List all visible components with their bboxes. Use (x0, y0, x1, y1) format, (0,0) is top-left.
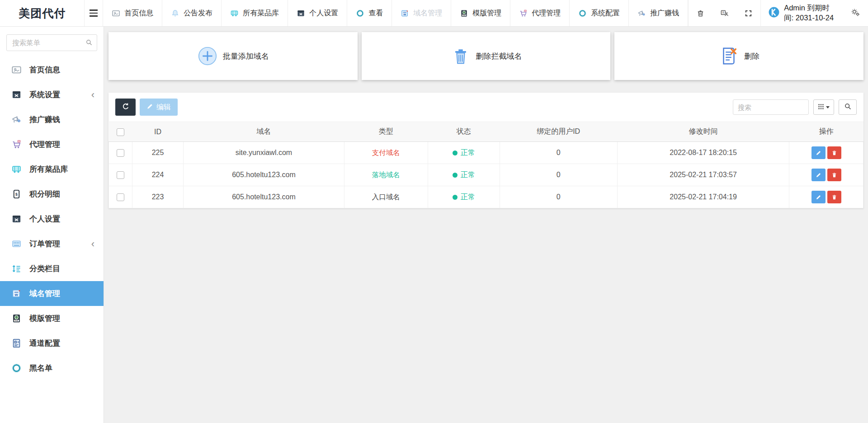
ring-icon (578, 9, 587, 18)
topbar-right: 文 Admin 到期时间: 2031-10-24 (688, 0, 868, 26)
tab-template-management[interactable]: HTML模版管理 (451, 0, 510, 26)
tab-agent-management[interactable]: 代理管理 (510, 0, 569, 26)
translate-icon[interactable]: 文 (712, 0, 736, 26)
cell-bound-user-id: 0 (500, 164, 617, 186)
status-dot-icon (453, 195, 458, 200)
sidebar-item-category-columns[interactable]: 分类栏目 (0, 256, 104, 281)
home-info-icon (11, 65, 22, 75)
table-search-input[interactable] (733, 99, 809, 115)
sidebar-item-label: 所有菜品库 (29, 164, 68, 174)
sidebar-item-label: 通道配置 (29, 338, 60, 348)
select-all-checkbox[interactable] (117, 128, 124, 136)
sidebar-item-points-detail[interactable]: $积分明细 (0, 182, 104, 207)
cart-icon (11, 139, 22, 150)
domain-w-icon: w (11, 288, 22, 299)
tab-personal-settings[interactable]: 个人设置 (288, 0, 347, 26)
row-edit-button[interactable] (811, 191, 826, 203)
quick-action-cards: 批量添加域名删除拦截域名删除 (108, 32, 863, 80)
sidebar-search-input[interactable] (6, 34, 97, 51)
row-checkbox-cell (109, 186, 132, 208)
svg-text:HTML: HTML (14, 320, 19, 322)
card-label: 删除 (744, 51, 760, 61)
megaphone-icon: $ (11, 114, 22, 125)
table-toolbar: 编辑 (108, 93, 863, 122)
cell-bound-user-id: 0 (500, 142, 617, 164)
row-checkbox[interactable] (117, 171, 124, 179)
card-delete[interactable]: 删除 (614, 32, 863, 80)
table-row: 224605.hoteltu123.com落地域名正常02025-02-21 1… (109, 164, 863, 186)
row-delete-button[interactable] (827, 146, 841, 159)
row-edit-button[interactable] (811, 146, 826, 159)
fullscreen-icon[interactable] (736, 0, 760, 26)
caret-down-icon (826, 106, 830, 108)
tab-domain-management[interactable]: w域名管理 (392, 0, 451, 26)
sidebar-item-label: 推广赚钱 (29, 114, 60, 125)
sidebar-item-promotion-earn[interactable]: $推广赚钱 (0, 107, 104, 132)
tab-promotion-earn[interactable]: $推广赚钱 (628, 0, 688, 26)
svg-text:$: $ (643, 14, 644, 15)
window-tools-icon (11, 214, 22, 224)
svg-text:HTML: HTML (462, 14, 466, 16)
trash-icon[interactable] (688, 0, 712, 26)
sidebar-item-personal-settings[interactable]: 个人设置 (0, 207, 104, 231)
channel-doc-icon: $ (11, 338, 22, 348)
circle-plus-icon (197, 46, 218, 66)
row-checkbox-cell (109, 164, 132, 186)
row-checkbox[interactable] (117, 149, 124, 157)
settings-gears-icon[interactable] (843, 0, 868, 26)
columns-dropdown-button[interactable] (813, 99, 834, 115)
card-batch-add-domain[interactable]: 批量添加域名 (108, 32, 358, 80)
sidebar-item-label: 积分明细 (29, 189, 60, 199)
card-delete-intercepted-domain[interactable]: 删除拦截域名 (362, 32, 611, 80)
sidebar-item-system-settings[interactable]: 系统设置‹ (0, 82, 104, 107)
sidebar-item-domain-management[interactable]: w域名管理 (0, 281, 104, 306)
sidebar-item-label: 域名管理 (29, 288, 60, 299)
column-header: 修改时间 (617, 122, 789, 142)
sidebar-item-home-info[interactable]: 首页信息 (0, 57, 104, 82)
cell-modified-time: 2025-02-21 17:03:57 (617, 164, 789, 186)
tab-label: 推广赚钱 (650, 9, 679, 18)
sidebar-item-all-products[interactable]: 所有菜品库 (0, 157, 104, 182)
row-edit-button[interactable] (811, 169, 826, 181)
html-doc-icon: HTML (460, 9, 468, 18)
grid-icon (818, 103, 824, 111)
tab-announcements[interactable]: 公告发布 (162, 0, 221, 26)
domain-w-icon: w (401, 9, 409, 18)
tab-all-products[interactable]: 所有菜品库 (221, 0, 288, 26)
column-header: 绑定的用户ID (500, 122, 617, 142)
svg-text:w: w (14, 292, 19, 297)
row-checkbox[interactable] (117, 193, 124, 201)
tab-system-config[interactable]: 系统配置 (569, 0, 628, 26)
sidebar-item-blacklist[interactable]: 黑名单 (0, 356, 104, 381)
truck-icon (11, 164, 22, 174)
user-menu[interactable]: Admin 到期时间: 2031-10-24 (760, 0, 843, 26)
sidebar-item-label: 黑名单 (29, 363, 52, 373)
tab-view[interactable]: 查看 (347, 0, 392, 26)
row-delete-button[interactable] (827, 191, 841, 203)
tab-label: 首页信息 (124, 9, 153, 18)
tab-label: 公告发布 (184, 9, 212, 18)
points-icon: $ (11, 189, 22, 199)
svg-text:$: $ (15, 192, 18, 197)
tab-label: 模版管理 (472, 9, 501, 18)
window-tools-icon (297, 9, 305, 18)
card-label: 批量添加域名 (223, 51, 269, 61)
cell-status: 正常 (428, 142, 500, 164)
cell-id: 224 (132, 164, 183, 186)
sidebar-item-template-management[interactable]: HTML模版管理 (0, 306, 104, 331)
search-icon (844, 103, 852, 112)
sidebar-item-agent-management[interactable]: 代理管理 (0, 132, 104, 157)
row-delete-button[interactable] (827, 169, 841, 181)
edit-button[interactable]: 编辑 (140, 99, 178, 116)
sidebar-item-channel-config[interactable]: $通道配置 (0, 331, 104, 356)
cell-modified-time: 2022-08-17 18:20:15 (617, 142, 789, 164)
svg-text:文: 文 (722, 11, 725, 14)
search-button[interactable] (839, 99, 857, 115)
tab-home-info[interactable]: 首页信息 (103, 0, 162, 26)
sidebar-item-order-management[interactable]: 订单管理‹ (0, 231, 104, 256)
pencil-icon (146, 103, 153, 112)
domain-table: ID域名类型状态绑定的用户ID修改时间操作 225site.yunxiawl.c… (108, 122, 863, 208)
refresh-button[interactable] (115, 99, 136, 116)
menu-toggle-icon[interactable] (84, 0, 103, 26)
column-header: 域名 (184, 122, 344, 142)
